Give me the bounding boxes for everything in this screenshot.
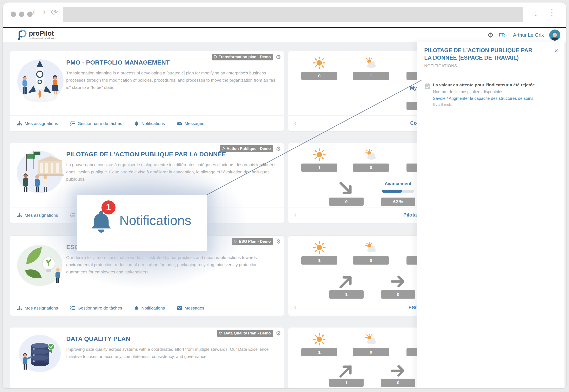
notifications-callout: 1 Notifications xyxy=(77,195,207,251)
trend-down-right-icon xyxy=(338,181,355,197)
workspace-description: Our desire for a more sustainable world … xyxy=(66,254,279,276)
tag-label: Data Quality Plan - Demo xyxy=(224,331,271,336)
window-control-dot[interactable] xyxy=(19,12,24,17)
panel-divider xyxy=(417,72,565,72)
card-settings-icon[interactable]: ⚙ xyxy=(276,331,281,336)
sunny-icon xyxy=(313,241,326,254)
link-gestionnaire-taches[interactable]: Gestionnaire de tâches xyxy=(70,121,122,126)
card-settings-icon[interactable]: ⚙ xyxy=(276,239,281,245)
app-header: proPilot — Powered by dFakto ⚙ FR ▾ Arth… xyxy=(3,28,566,42)
card-settings-icon[interactable]: ⚙ xyxy=(276,146,281,152)
tag-label: Transformation plan - Demo xyxy=(219,55,271,59)
notification-title: La valeur en attente pour l'indicateur a… xyxy=(433,83,559,87)
trend-up-right-icon xyxy=(338,273,355,290)
kpi-badge-partly: 1 xyxy=(353,72,389,80)
link-label: Notifications xyxy=(141,306,165,310)
settings-gear-icon[interactable]: ⚙ xyxy=(487,31,494,39)
language-label: FR xyxy=(499,32,505,38)
workspace-card-data-quality: Data Quality Plan - Demo ⚙ DATA QUALITY … xyxy=(10,327,284,389)
workspace-title[interactable]: PILOTAGE DE L’ACTION PUBLIQUE PAR LA DON… xyxy=(66,151,226,158)
link-label: Notifications xyxy=(141,121,165,126)
progress-badge: 62 % xyxy=(381,197,415,206)
forward-icon[interactable]: › xyxy=(40,7,49,17)
browser-window: ‹ › ⟳ ↓ ⋮ proPilot — Powered by dFakto ⚙… xyxy=(2,2,567,389)
back-icon[interactable]: ‹ xyxy=(29,7,38,17)
partly-cloudy-icon xyxy=(364,56,377,70)
progress-label: Avancement xyxy=(377,181,419,186)
workspace-description: La gouvernance consiste à organiser le d… xyxy=(66,161,279,183)
mail-icon xyxy=(177,306,182,310)
workspace-card-pmo: Transformation plan - Demo ⚙ PMO - PORTF… xyxy=(10,51,284,131)
avatar[interactable] xyxy=(549,29,560,41)
link-label: Gestionnaire de tâches xyxy=(78,121,122,126)
workspace-title[interactable]: PMO - PORTFOLIO MANAGEMENT xyxy=(66,59,170,66)
card-settings-icon[interactable]: ⚙ xyxy=(276,54,281,60)
link-gestionnaire-taches[interactable]: Gestionnaire de tâches xyxy=(70,306,122,310)
close-icon[interactable]: × xyxy=(554,47,558,54)
kpi-badge-partly: 0 xyxy=(353,164,389,172)
link-label: Messages xyxy=(185,121,204,126)
link-label: Gestionnaire de tâches xyxy=(78,306,122,310)
trend-badge: 0 xyxy=(329,197,364,206)
workspace-description: Transformation planning is a process of … xyxy=(66,69,279,91)
workspace-tag: Data Quality Plan - Demo xyxy=(217,330,273,337)
tag-label: ESG Plan - Demo xyxy=(239,239,271,244)
card-footer: Mes assignations Gestionnaire de tâches … xyxy=(10,115,284,131)
link-notifications[interactable]: Notifications xyxy=(134,306,165,310)
status-mid-label[interactable]: My xyxy=(410,85,417,91)
link-label: Messages xyxy=(185,306,204,310)
notification-timestamp: Il y a 5 mois xyxy=(433,103,559,107)
brand-logo: proPilot — Powered by dFakto xyxy=(15,28,56,41)
reload-icon[interactable]: ⟳ xyxy=(50,7,59,17)
link-label: Mes assignations xyxy=(25,306,58,310)
bell-icon xyxy=(134,306,139,310)
bell-icon xyxy=(134,121,139,126)
download-icon[interactable]: ↓ xyxy=(531,7,540,18)
notification-link[interactable]: Savoie / Augmenter la capacité des struc… xyxy=(433,96,559,101)
window-control-dot[interactable] xyxy=(11,12,16,17)
notification-count-badge: 1 xyxy=(101,200,115,214)
checklist-icon xyxy=(70,121,75,126)
esg-illustration xyxy=(14,239,66,291)
link-mes-assignations[interactable]: Mes assignations xyxy=(17,213,58,218)
card-footer: Mes assignations Gestionnaire de tâches … xyxy=(10,300,284,316)
trend-up-right-icon xyxy=(338,363,355,379)
link-mes-assignations[interactable]: Mes assignations xyxy=(17,121,58,126)
kpi-badge-sunny: 0 xyxy=(301,72,337,80)
trend-badge: 1 xyxy=(329,290,364,299)
tag-label: Action Publique - Demo xyxy=(227,146,271,151)
tag-icon xyxy=(219,331,223,335)
notification-item: La valeur en attente pour l'indicateur a… xyxy=(424,83,559,107)
kpi-badge-sunny: 1 xyxy=(301,348,337,356)
partly-cloudy-icon xyxy=(364,148,377,161)
progress-bar xyxy=(382,190,414,193)
notification-indicator: Nombre de lits hospitaliers disponibles xyxy=(433,89,559,94)
link-messages[interactable]: Messages xyxy=(177,306,204,310)
address-bar[interactable] xyxy=(63,7,523,22)
trend-badge: 1 xyxy=(329,378,364,387)
partly-cloudy-icon xyxy=(364,241,377,254)
sitemap-icon xyxy=(17,121,22,126)
browser-menu-icon[interactable]: ⋮ xyxy=(547,7,556,17)
workspace-title[interactable]: DATA QUALITY PLAN xyxy=(66,335,130,342)
language-selector[interactable]: FR ▾ xyxy=(499,32,508,38)
workspace-description: Improving data quality across systems wi… xyxy=(66,346,279,360)
link-notifications[interactable]: Notifications xyxy=(134,121,165,126)
link-label: Mes assignations xyxy=(25,121,58,126)
trend-right-icon xyxy=(390,363,406,379)
kpi-badge-partly: 0 xyxy=(353,256,389,265)
sunny-icon xyxy=(313,333,326,346)
link-messages[interactable]: Messages xyxy=(177,121,204,126)
checklist-icon xyxy=(70,306,75,310)
brand-powered-by: — Powered by dFakto xyxy=(29,37,56,40)
database-illustration xyxy=(14,331,66,378)
panel-title: PILOTAGE DE L’ACTION PUBLIQUE PAR LA DON… xyxy=(424,47,540,61)
notifications-panel: PILOTAGE DE L’ACTION PUBLIQUE PAR LA DON… xyxy=(417,42,565,388)
tag-icon xyxy=(221,147,225,151)
user-name[interactable]: Arthur Le Grix xyxy=(513,32,544,38)
brand-name: proPilot xyxy=(29,29,56,37)
kpi-badge-partly: 0 xyxy=(353,348,389,356)
kpi-badge-sunny: 1 xyxy=(301,256,337,265)
link-mes-assignations[interactable]: Mes assignations xyxy=(17,306,58,310)
workspace-tag: Action Publique - Demo xyxy=(220,145,273,152)
